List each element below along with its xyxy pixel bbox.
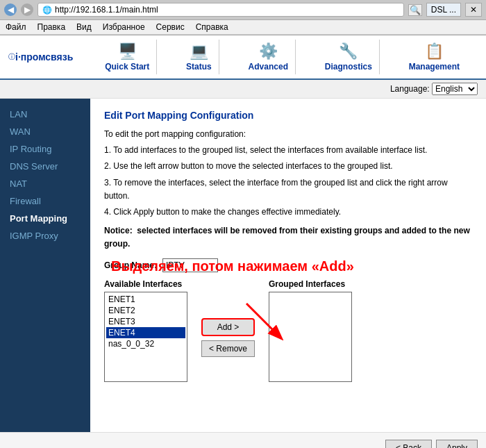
language-bar: Language: English Russian xyxy=(0,80,486,99)
sidebar-item-nat[interactable]: NAT xyxy=(0,175,90,192)
menu-item-файл[interactable]: Файл xyxy=(6,22,26,32)
interface-item-nas_0_0_32[interactable]: nas_0_0_32 xyxy=(106,338,185,349)
bottom-buttons-bar: < Back Apply xyxy=(0,432,486,448)
sidebar-item-dns-server[interactable]: DNS Server xyxy=(0,158,90,175)
sidebar: LANWANIP RoutingDNS ServerNATFirewallPor… xyxy=(0,99,90,432)
back-button[interactable]: ◀ xyxy=(4,3,17,16)
instruction-2: 2. Use the left arrow button to move the… xyxy=(104,160,472,173)
advanced-icon: ⚙️ xyxy=(259,42,278,60)
advanced-label: Advanced xyxy=(249,62,288,72)
menu-item-сервис[interactable]: Сервис xyxy=(156,22,185,32)
menu-item-справка[interactable]: Справка xyxy=(196,22,228,32)
available-interfaces-col: Available Interfaces ENET1ENET2ENET3ENET… xyxy=(104,279,187,382)
remove-button[interactable]: < Remove xyxy=(201,340,255,357)
annotation-text: Выделяем, потом нажимаем «Add» xyxy=(111,258,354,274)
status-icon: 💻 xyxy=(190,42,208,60)
browser-chrome: ◀ ▶ 🌐 http://192.168.1.1/main.html 🔍 DSL… xyxy=(0,0,486,35)
sidebar-item-wan[interactable]: WAN xyxy=(0,123,90,140)
diagnostics-label: Diagnostics xyxy=(325,62,372,72)
dsl-tab[interactable]: DSL ... xyxy=(426,3,461,17)
menu-item-вид[interactable]: Вид xyxy=(76,22,92,32)
sidebar-item-igmp-proxy[interactable]: IGMP Proxy xyxy=(0,227,90,244)
management-label: Management xyxy=(409,62,460,72)
sidebar-item-lan[interactable]: LAN xyxy=(0,106,90,123)
interface-item-ENET3[interactable]: ENET3 xyxy=(106,316,185,327)
interface-item-ENET1[interactable]: ENET1 xyxy=(106,294,185,305)
instruction-3: 3. To remove the interfaces, select the … xyxy=(104,176,472,203)
url-text: http://192.168.1.1/main.html xyxy=(55,5,158,15)
status-label: Status xyxy=(186,62,212,72)
ie-icon: 🌐 xyxy=(42,6,52,15)
page-title: Edit Port Mapping Configuration xyxy=(104,110,472,121)
quick-start-icon: 🖥️ xyxy=(118,42,137,60)
instruction-1: 1. To add interfaces to the grouped list… xyxy=(104,144,472,157)
language-select[interactable]: English Russian xyxy=(432,83,478,95)
search-button[interactable]: 🔍 xyxy=(408,4,422,16)
menu-item-избранное[interactable]: Избранное xyxy=(103,22,145,32)
grouped-interfaces-label: Grouped Interfaces xyxy=(269,279,352,289)
nav-item-quick-start[interactable]: 🖥️Quick Start xyxy=(98,40,157,74)
instruction-4: 4. Click Apply button to make the change… xyxy=(104,206,472,219)
available-interfaces-label: Available Interfaces xyxy=(104,279,187,289)
quick-start-label: Quick Start xyxy=(105,62,149,72)
nav-menu: 🖥️Quick Start💻Status⚙️Advanced🔧Diagnosti… xyxy=(87,40,478,74)
available-interface-list[interactable]: ENET1ENET2ENET3ENET4nas_0_0_32 xyxy=(104,292,187,382)
nav-item-status[interactable]: 💻Status xyxy=(179,40,219,74)
sidebar-item-firewall[interactable]: Firewall xyxy=(0,192,90,210)
router-header: ⓘ i·промсвязь 🖥️Quick Start💻Status⚙️Adva… xyxy=(0,35,486,80)
logo-text: i·промсвязь xyxy=(15,51,73,63)
forward-button[interactable]: ▶ xyxy=(21,3,33,16)
nav-item-management[interactable]: 📋Management xyxy=(402,40,467,74)
content-area: Edit Port Mapping Configuration To edit … xyxy=(90,99,486,432)
main-layout: LANWANIP RoutingDNS ServerNATFirewallPor… xyxy=(0,99,486,432)
interface-item-ENET2[interactable]: ENET2 xyxy=(106,305,185,316)
arrow-annotation xyxy=(240,300,295,342)
back-button[interactable]: < Back xyxy=(385,440,432,448)
address-bar[interactable]: 🌐 http://192.168.1.1/main.html xyxy=(37,3,404,17)
svg-line-1 xyxy=(246,304,278,335)
logo-area: ⓘ i·промсвязь xyxy=(8,51,73,63)
management-icon: 📋 xyxy=(425,42,444,60)
nav-item-advanced[interactable]: ⚙️Advanced xyxy=(242,40,296,74)
nav-item-diagnostics[interactable]: 🔧Diagnostics xyxy=(318,40,380,74)
language-label: Language: xyxy=(390,84,430,94)
instruction-intro: To edit the port mapping configuration: xyxy=(104,128,472,141)
close-button[interactable]: ✕ xyxy=(465,3,482,17)
apply-button[interactable]: Apply xyxy=(436,440,478,448)
instructions: To edit the port mapping configuration: … xyxy=(104,128,472,251)
browser-menubar: ФайлПравкаВидИзбранноеСервисСправка xyxy=(0,20,486,35)
browser-titlebar: ◀ ▶ 🌐 http://192.168.1.1/main.html 🔍 DSL… xyxy=(0,0,486,20)
menu-item-правка[interactable]: Правка xyxy=(37,22,66,32)
interface-item-ENET4[interactable]: ENET4 xyxy=(106,327,185,338)
sidebar-item-port-mapping[interactable]: Port Mapping xyxy=(0,210,90,227)
diagnostics-icon: 🔧 xyxy=(339,42,358,60)
logo-icon: ⓘ xyxy=(8,52,15,62)
notice-text: Notice: selected interfaces will be remo… xyxy=(104,224,472,251)
sidebar-item-ip-routing[interactable]: IP Routing xyxy=(0,140,90,158)
